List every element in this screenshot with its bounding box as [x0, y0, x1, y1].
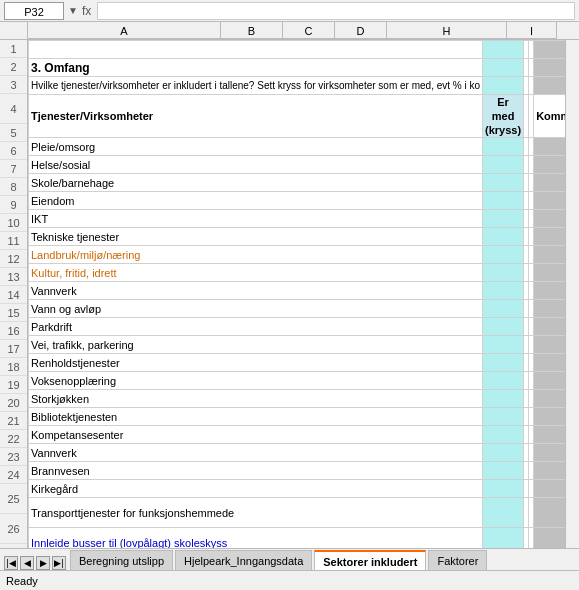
- cell-B14[interactable]: [483, 300, 524, 318]
- tab-prev-button[interactable]: ◀: [20, 556, 34, 570]
- cell-B7[interactable]: [483, 174, 524, 192]
- cell-B15[interactable]: [483, 318, 524, 336]
- col-header-B[interactable]: B: [221, 22, 283, 39]
- col-header-C[interactable]: C: [283, 22, 335, 39]
- cell-B23[interactable]: [483, 462, 524, 480]
- cell-A26[interactable]: Innleide busser til (lovpålagt) skolesky…: [29, 528, 483, 549]
- cell-H5[interactable]: [534, 138, 565, 156]
- cell-B16[interactable]: [483, 336, 524, 354]
- cell-B3[interactable]: [483, 77, 524, 95]
- cell-H19[interactable]: [534, 390, 565, 408]
- cell-H20[interactable]: [534, 408, 565, 426]
- cell-B24[interactable]: [483, 480, 524, 498]
- cell-A15[interactable]: Parkdrift: [29, 318, 483, 336]
- cell-A5[interactable]: Pleie/omsorg: [29, 138, 483, 156]
- cell-H6[interactable]: [534, 156, 565, 174]
- col-header-A[interactable]: A: [28, 22, 221, 39]
- cell-A14[interactable]: Vann og avløp: [29, 300, 483, 318]
- cell-A10[interactable]: Tekniske tjenester: [29, 228, 483, 246]
- formula-input[interactable]: [97, 2, 575, 20]
- tab-last-button[interactable]: ▶|: [52, 556, 66, 570]
- tab-next-button[interactable]: ▶: [36, 556, 50, 570]
- tab-faktorer[interactable]: Faktorer: [428, 550, 487, 570]
- tab-beregning-utslipp[interactable]: Beregning utslipp: [70, 550, 173, 570]
- cell-B6[interactable]: [483, 156, 524, 174]
- cell-H18[interactable]: [534, 372, 565, 390]
- cell-H9[interactable]: [534, 210, 565, 228]
- cell-A22[interactable]: Vannverk: [29, 444, 483, 462]
- cell-H16[interactable]: [534, 336, 565, 354]
- cell-H12[interactable]: [534, 264, 565, 282]
- cell-H25[interactable]: [534, 498, 565, 528]
- cell-A19[interactable]: Storkjøkken: [29, 390, 483, 408]
- cell-A16[interactable]: Vei, trafikk, parkering: [29, 336, 483, 354]
- cell-H14[interactable]: [534, 300, 565, 318]
- cell-A8[interactable]: Eiendom: [29, 192, 483, 210]
- cell-H3[interactable]: [534, 77, 565, 95]
- cell-A12[interactable]: Kultur, fritid, idrett: [29, 264, 483, 282]
- tab-sektorer-inkludert[interactable]: Sektorer inkludert: [314, 550, 426, 570]
- fx-label: fx: [82, 4, 91, 18]
- cell-B17[interactable]: [483, 354, 524, 372]
- cell-H8[interactable]: [534, 192, 565, 210]
- cell-B19[interactable]: [483, 390, 524, 408]
- cell-B12[interactable]: [483, 264, 524, 282]
- cell-H22[interactable]: [534, 444, 565, 462]
- cell-A7[interactable]: Skole/barnehage: [29, 174, 483, 192]
- cell-H2[interactable]: [534, 59, 565, 77]
- cell-B9[interactable]: [483, 210, 524, 228]
- cell-A25[interactable]: Transporttjenester for funksjonshemmede: [29, 498, 483, 528]
- cell-H4[interactable]: Kommentar: [534, 95, 565, 138]
- cell-H23[interactable]: [534, 462, 565, 480]
- col-header-H[interactable]: H: [387, 22, 507, 39]
- table-row: Innleide busser til (lovpålagt) skolesky…: [29, 528, 566, 549]
- cell-B10[interactable]: [483, 228, 524, 246]
- col-header-I[interactable]: I: [507, 22, 557, 39]
- cell-B21[interactable]: [483, 426, 524, 444]
- cell-B2[interactable]: [483, 59, 524, 77]
- col-header-D[interactable]: D: [335, 22, 387, 39]
- cell-H13[interactable]: [534, 282, 565, 300]
- cell-A20[interactable]: Bibliotektjenesten: [29, 408, 483, 426]
- cell-H17[interactable]: [534, 354, 565, 372]
- table-row: [29, 41, 566, 59]
- cell-H7[interactable]: [534, 174, 565, 192]
- cell-B25[interactable]: [483, 498, 524, 528]
- cell-B4[interactable]: Er med(kryss): [483, 95, 524, 138]
- tab-navigation-buttons: |◀ ◀ ▶ ▶|: [0, 556, 70, 570]
- cell-A4[interactable]: Tjenester/Virksomheter: [29, 95, 483, 138]
- cell-H1[interactable]: [534, 41, 565, 59]
- cell-A17[interactable]: Renholdstjenester: [29, 354, 483, 372]
- formula-bar-arrow: ▼: [68, 5, 78, 16]
- cell-B26[interactable]: [483, 528, 524, 549]
- tab-hjelpeark-inngangsdata[interactable]: Hjelpeark_Inngangsdata: [175, 550, 312, 570]
- cell-H10[interactable]: [534, 228, 565, 246]
- cell-H11[interactable]: [534, 246, 565, 264]
- cell-B11[interactable]: [483, 246, 524, 264]
- cell-B5[interactable]: [483, 138, 524, 156]
- cell-A18[interactable]: Voksenopplæring: [29, 372, 483, 390]
- cell-A11[interactable]: Landbruk/miljø/næring: [29, 246, 483, 264]
- cell-reference-box[interactable]: P32: [4, 2, 64, 20]
- cell-B18[interactable]: [483, 372, 524, 390]
- cell-A1[interactable]: [29, 41, 483, 59]
- tab-first-button[interactable]: |◀: [4, 556, 18, 570]
- cell-A13[interactable]: Vannverk: [29, 282, 483, 300]
- cell-A2[interactable]: 3. Omfang: [29, 59, 483, 77]
- cell-B1[interactable]: [483, 41, 524, 59]
- cell-A24[interactable]: Kirkegård: [29, 480, 483, 498]
- vertical-scrollbar[interactable]: [565, 40, 579, 548]
- cell-H24[interactable]: [534, 480, 565, 498]
- cell-A3[interactable]: Hvilke tjenester/virksomheter er inklude…: [29, 77, 483, 95]
- cell-H26[interactable]: [534, 528, 565, 549]
- cell-A21[interactable]: Kompetansesenter: [29, 426, 483, 444]
- cell-H21[interactable]: [534, 426, 565, 444]
- cell-B8[interactable]: [483, 192, 524, 210]
- cell-H15[interactable]: [534, 318, 565, 336]
- cell-B22[interactable]: [483, 444, 524, 462]
- cell-A23[interactable]: Brannvesen: [29, 462, 483, 480]
- cell-B13[interactable]: [483, 282, 524, 300]
- cell-A9[interactable]: IKT: [29, 210, 483, 228]
- cell-B20[interactable]: [483, 408, 524, 426]
- cell-A6[interactable]: Helse/sosial: [29, 156, 483, 174]
